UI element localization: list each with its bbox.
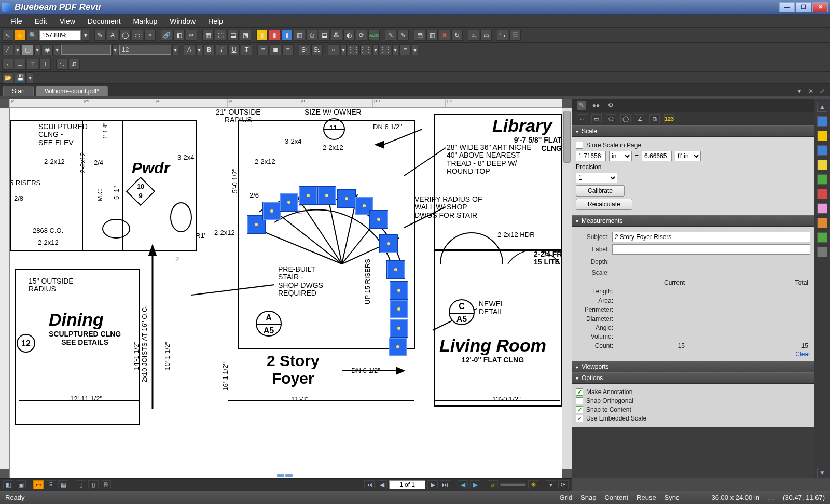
nav-icon[interactable]: ⟳ bbox=[558, 480, 569, 489]
menu-document[interactable]: Document bbox=[81, 15, 127, 27]
status-sync-toggle[interactable]: Sync bbox=[665, 494, 680, 501]
tool-icon[interactable]: ☰ bbox=[509, 30, 521, 41]
superscript-icon[interactable]: S¹ bbox=[299, 44, 310, 55]
side-tool-icon[interactable] bbox=[817, 203, 827, 214]
opacity-icon[interactable]: ◉ bbox=[42, 44, 53, 55]
dropdown-icon[interactable]: ▾ bbox=[34, 44, 40, 55]
status-content-toggle[interactable]: Content bbox=[604, 494, 628, 501]
panel-tab-settings-icon[interactable]: ⚙ bbox=[606, 101, 615, 110]
dropdown-icon[interactable]: ▾ bbox=[27, 72, 33, 83]
dropdown-icon[interactable]: ▾ bbox=[172, 44, 178, 55]
dropdown-icon[interactable]: ▾ bbox=[15, 44, 21, 55]
menu-view[interactable]: View bbox=[53, 15, 81, 27]
tool-icon[interactable]: ▮ bbox=[256, 30, 268, 41]
section-scale-header[interactable]: ▾ Scale bbox=[572, 125, 814, 137]
side-tool-icon[interactable] bbox=[817, 247, 827, 257]
scale-right-input[interactable] bbox=[642, 151, 672, 161]
menu-file[interactable]: File bbox=[4, 15, 29, 27]
tool-icon[interactable]: ▤ bbox=[414, 30, 425, 41]
count-marker[interactable] bbox=[390, 300, 408, 318]
menu-window[interactable]: Window bbox=[163, 15, 202, 27]
tool-icon[interactable]: ⎌ bbox=[468, 30, 479, 41]
subscript-icon[interactable]: S₁ bbox=[311, 44, 323, 55]
bold-icon[interactable]: B bbox=[203, 44, 215, 55]
scale-unit-left-select[interactable]: in bbox=[609, 151, 632, 161]
font-name-input[interactable] bbox=[61, 45, 111, 55]
brightness-slider[interactable] bbox=[500, 483, 526, 486]
flip-v-icon[interactable]: ⇵ bbox=[68, 59, 80, 70]
shape-tool-icon[interactable]: ◯ bbox=[119, 30, 131, 41]
scrollbar-thumb[interactable] bbox=[563, 111, 571, 163]
nav-icon[interactable]: ▣ bbox=[16, 480, 26, 489]
align-center-icon[interactable]: ≣ bbox=[270, 44, 281, 55]
area-tool-icon[interactable]: ▭ bbox=[591, 114, 602, 123]
dropdown-icon[interactable]: ▾ bbox=[392, 44, 398, 55]
nav-grid-icon[interactable]: ▦ bbox=[58, 480, 68, 489]
count-marker[interactable] bbox=[369, 210, 388, 229]
zoom-tool-icon[interactable]: 🔍 bbox=[27, 30, 38, 41]
section-viewports-header[interactable]: ▸ Viewports bbox=[572, 361, 814, 372]
volume-tool-icon[interactable]: ⬠ bbox=[606, 114, 616, 123]
nav-back-icon[interactable]: ◀ bbox=[458, 480, 468, 489]
crop-tool-icon[interactable]: ⬚ bbox=[215, 30, 226, 41]
zoom-dropdown-icon[interactable]: ▾ bbox=[82, 30, 89, 41]
align-icon[interactable]: ⫟ bbox=[2, 59, 13, 70]
list-icon[interactable]: ⋮⋮ bbox=[348, 44, 359, 55]
tool-icon[interactable]: ✎ bbox=[397, 30, 409, 41]
nav-icon[interactable]: ⎘ bbox=[101, 480, 111, 489]
dropdown-icon[interactable]: ▾ bbox=[372, 44, 379, 55]
italic-icon[interactable]: I bbox=[216, 44, 227, 55]
section-options-header[interactable]: ▾ Options bbox=[572, 372, 814, 384]
opt-snap-content[interactable]: ✓Snap to Content bbox=[576, 406, 810, 413]
tool-icon[interactable]: ▭ bbox=[480, 30, 492, 41]
dimmer-icon[interactable]: ☀ bbox=[528, 480, 538, 489]
side-tool-icon[interactable] bbox=[817, 218, 827, 228]
dropdown-icon[interactable]: ▾ bbox=[54, 44, 60, 55]
menu-help[interactable]: Help bbox=[202, 15, 229, 27]
count-marker[interactable] bbox=[379, 234, 398, 253]
tool-icon[interactable]: ▥ bbox=[294, 30, 305, 41]
dropdown-icon[interactable]: ▾ bbox=[112, 44, 118, 55]
tool-icon[interactable]: ⎙ bbox=[306, 30, 317, 41]
open-icon[interactable]: 📂 bbox=[2, 72, 13, 83]
side-pen-icon[interactable]: ▲ bbox=[817, 102, 827, 112]
window-maximize-button[interactable]: ☐ bbox=[796, 2, 811, 12]
tool-icon[interactable]: ✂ bbox=[186, 30, 197, 41]
opt-make-annotation[interactable]: ✓Make Annotation bbox=[576, 388, 810, 396]
side-tool-icon[interactable] bbox=[817, 174, 827, 185]
window-close-button[interactable]: ✕ bbox=[812, 2, 828, 12]
diameter-tool-icon[interactable]: ∠ bbox=[635, 114, 645, 123]
select-tool-icon[interactable]: ↖ bbox=[2, 30, 13, 41]
save-icon[interactable]: 💾 bbox=[15, 72, 26, 83]
panel-tab-layers-icon[interactable]: ●● bbox=[591, 101, 601, 110]
link-tool-icon[interactable]: 🔗 bbox=[161, 30, 172, 41]
tool-icon[interactable]: ◐ bbox=[343, 30, 355, 41]
nav-icon[interactable]: ▯ bbox=[88, 480, 99, 489]
zoom-input[interactable] bbox=[39, 30, 81, 40]
tool-icon[interactable]: ⬔ bbox=[240, 30, 251, 41]
underline-icon[interactable]: U bbox=[228, 44, 240, 55]
status-snap-toggle[interactable]: Snap bbox=[580, 494, 596, 501]
count-marker[interactable] bbox=[262, 202, 281, 220]
tool-icon[interactable]: ⌖ bbox=[144, 30, 156, 41]
side-tool-icon[interactable] bbox=[817, 116, 827, 127]
angle-tool-icon[interactable]: ⧉ bbox=[649, 114, 660, 123]
dropdown-icon[interactable]: ▾ bbox=[196, 44, 202, 55]
tool-icon[interactable]: ⮀ bbox=[497, 30, 508, 41]
scrollbar-vertical[interactable] bbox=[562, 108, 572, 469]
tool-icon[interactable]: ⬓ bbox=[227, 30, 239, 41]
nav-icon[interactable]: ◧ bbox=[3, 480, 13, 489]
nav-icon[interactable]: ▾ bbox=[546, 480, 556, 489]
store-scale-checkbox[interactable]: ✓ Store Scale in Page bbox=[576, 142, 810, 149]
opt-snap-ortho[interactable]: ✓Snap Orthogonal bbox=[576, 397, 810, 404]
side-tool-icon[interactable] bbox=[817, 160, 827, 170]
tool-icon[interactable]: ◧ bbox=[173, 30, 185, 41]
delete-tool-icon[interactable]: ✖ bbox=[439, 30, 450, 41]
count-marker[interactable] bbox=[337, 189, 356, 208]
tool-icon[interactable]: ⟳ bbox=[356, 30, 367, 41]
list-icon[interactable]: ⋮⋮ bbox=[360, 44, 371, 55]
count-marker[interactable] bbox=[390, 319, 408, 338]
precision-select[interactable]: 1 bbox=[576, 173, 617, 183]
count-marker[interactable] bbox=[317, 186, 336, 205]
window-minimize-button[interactable]: — bbox=[779, 2, 795, 12]
